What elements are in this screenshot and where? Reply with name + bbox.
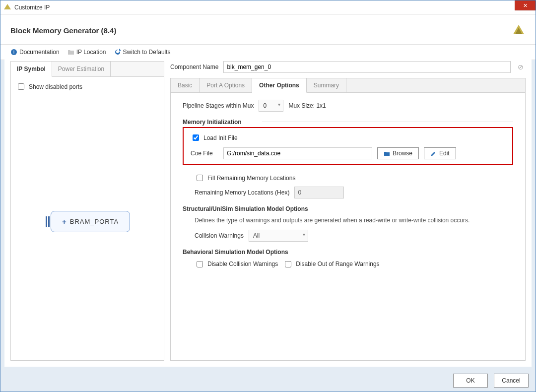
fill-remaining-label: Fill Remaining Memory Locations — [207, 175, 295, 182]
folder-open-icon — [384, 150, 390, 157]
component-name-row: Component Name ⊘ — [170, 61, 526, 73]
folder-icon — [67, 49, 74, 56]
pipeline-label: Pipeline Stages within Mux — [183, 102, 254, 109]
svg-marker-5 — [119, 49, 121, 51]
disable-collision-label: Disable Collision Warnings — [207, 261, 278, 267]
window-title: Customize IP — [14, 4, 536, 11]
doc-label: Documentation — [19, 49, 60, 56]
right-pane: Component Name ⊘ Basic Port A Options Ot… — [170, 61, 526, 361]
meminit-heading: Memory Initialization — [183, 119, 513, 126]
body: IP Symbol Power Estimation Show disabled… — [4, 55, 532, 367]
tab-summary[interactable]: Summary — [307, 78, 346, 92]
port-bars-icon — [46, 216, 50, 227]
info-icon: i — [10, 49, 17, 56]
left-pane: IP Symbol Power Estimation Show disabled… — [10, 61, 164, 361]
header: Block Memory Generator (8.4) — [0, 14, 536, 45]
collision-warn-select[interactable]: All — [249, 230, 308, 242]
structsim-heading: Structural/UniSim Simulation Model Optio… — [183, 205, 513, 212]
ip-block-label: BRAM_PORTA — [70, 218, 119, 225]
edit-button[interactable]: Edit — [424, 147, 456, 159]
pipeline-row: Pipeline Stages within Mux 0 Mux Size: 1… — [183, 100, 513, 112]
load-init-file-label: Load Init File — [203, 134, 238, 141]
iploc-label: IP Location — [76, 49, 106, 56]
svg-text:i: i — [13, 50, 14, 55]
load-init-file-checkbox[interactable] — [193, 134, 199, 141]
collision-warn-label: Collision Warnings — [195, 232, 244, 239]
coe-file-label: Coe File — [191, 150, 218, 157]
footer: OK Cancel — [453, 374, 529, 388]
right-tabbar: Basic Port A Options Other Options Summa… — [170, 78, 526, 93]
tab-power-estimation[interactable]: Power Estimation — [52, 62, 111, 76]
structsim-help: Defines the type of warnings and outputs… — [195, 216, 513, 225]
mux-size-label: Mux Size: 1x1 — [288, 102, 326, 109]
behsim-heading: Behavioral Simulation Model Options — [183, 249, 513, 256]
pipeline-select[interactable]: 0 — [259, 100, 283, 112]
options-panel: Pipeline Stages within Mux 0 Mux Size: 1… — [170, 93, 526, 361]
svg-marker-0 — [4, 4, 11, 9]
show-disabled-ports-checkbox[interactable] — [18, 83, 24, 90]
meminit-highlight: Load Init File Coe File Browse — [183, 127, 513, 165]
left-tabbar: IP Symbol Power Estimation — [11, 62, 164, 77]
vendor-logo-icon — [512, 23, 526, 37]
disable-collision-checkbox[interactable] — [197, 261, 203, 267]
tab-ip-symbol[interactable]: IP Symbol — [11, 62, 52, 77]
ip-block[interactable]: + BRAM_PORTA — [51, 211, 130, 232]
ok-button[interactable]: OK — [453, 374, 488, 388]
remaining-label: Remaining Memory Locations (Hex) — [195, 189, 289, 196]
reset-label: Switch to Defaults — [123, 49, 171, 56]
page-title: Block Memory Generator (8.4) — [10, 26, 512, 35]
refresh-icon — [114, 49, 121, 56]
cancel-button[interactable]: Cancel — [494, 374, 529, 388]
window: Customize IP ✕ Block Memory Generator (8… — [0, 0, 536, 392]
pencil-icon — [430, 150, 437, 157]
left-content: Show disabled ports + BRAM_PORTA — [11, 77, 164, 360]
doc-link[interactable]: i Documentation — [10, 49, 60, 56]
tab-porta[interactable]: Port A Options — [200, 78, 252, 92]
close-icon: ✕ — [523, 2, 528, 9]
tab-other-options[interactable]: Other Options — [252, 78, 307, 93]
browse-button[interactable]: Browse — [377, 147, 419, 159]
component-name-input[interactable] — [223, 61, 511, 73]
component-name-label: Component Name — [170, 64, 218, 70]
expand-icon: + — [62, 217, 67, 226]
tab-basic[interactable]: Basic — [171, 78, 200, 92]
disable-range-checkbox[interactable] — [285, 261, 291, 267]
close-button[interactable]: ✕ — [515, 0, 536, 10]
iploc-link[interactable]: IP Location — [67, 49, 106, 56]
titlebar: Customize IP ✕ — [0, 0, 536, 14]
reset-link[interactable]: Switch to Defaults — [114, 49, 171, 56]
show-disabled-ports-label: Show disabled ports — [29, 83, 82, 90]
coe-file-input[interactable] — [223, 147, 372, 159]
app-icon — [3, 3, 11, 11]
ip-symbol: + BRAM_PORTA — [46, 211, 130, 232]
disable-range-label: Disable Out of Range Warnings — [296, 261, 379, 267]
fill-remaining-checkbox[interactable] — [197, 175, 203, 181]
remaining-input — [294, 187, 344, 198]
clear-icon[interactable]: ⊘ — [516, 63, 526, 71]
